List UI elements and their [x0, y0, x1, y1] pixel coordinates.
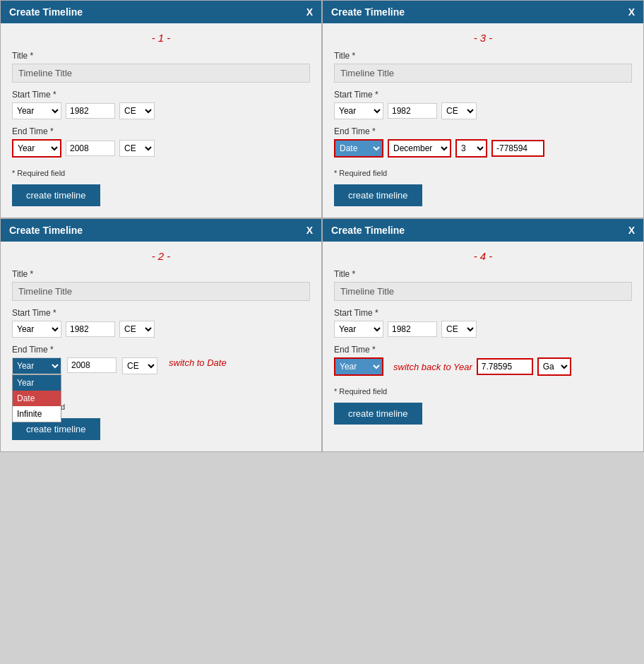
- panel-2-dropdown-list: Year Date Infinite: [12, 374, 61, 422]
- panel-1-create-btn[interactable]: create timeline: [12, 184, 100, 206]
- panel-3-title: Create Timeline: [331, 6, 405, 18]
- panel-3-number: - 3 -: [334, 32, 632, 44]
- panel-2-end-type-select[interactable]: Year: [12, 357, 61, 374]
- panel-1-title-input[interactable]: [12, 64, 310, 83]
- panel-4-start-type-select[interactable]: Year: [334, 321, 383, 338]
- panel-1-end-label: End Time *: [12, 126, 310, 136]
- panel-2-end-row-wrapper: Year Year Date Infinite CE switch to Dat…: [12, 357, 310, 374]
- panel-2-number: - 2 -: [12, 250, 310, 262]
- dropdown-item-year[interactable]: Year: [13, 375, 61, 391]
- panel-4-end-type-select[interactable]: Year: [334, 357, 383, 376]
- panel-1-title: Create Timeline: [9, 6, 83, 18]
- panel-1-end-type-select[interactable]: Year: [12, 139, 61, 158]
- panel-1-required: * Required field: [12, 169, 310, 177]
- panel-3-end-row: Date December 3: [334, 139, 632, 158]
- panel-4-end-era-select[interactable]: Ga: [537, 357, 571, 376]
- panel-3-start-label: Start Time *: [334, 90, 632, 100]
- panel-3-start-era-select[interactable]: CE: [441, 102, 477, 119]
- panel-2-title: Create Timeline: [9, 225, 83, 236]
- panel-2-dropdown-container: Year Year Date Infinite: [12, 357, 61, 374]
- panel-4-title: Create Timeline: [331, 225, 405, 236]
- panel-3: Create Timeline X - 3 - Title * Start Ti…: [322, 0, 644, 218]
- panel-4-body: - 4 - Title * Start Time * Year CE End T…: [323, 242, 643, 436]
- panel-1-number: - 1 -: [12, 32, 310, 44]
- panel-2-end-year-input[interactable]: [67, 357, 117, 373]
- panel-3-required: * Required field: [334, 169, 632, 177]
- panel-2-close[interactable]: X: [306, 225, 313, 236]
- panel-2-start-year-input[interactable]: [66, 321, 115, 337]
- panel-3-end-month-select[interactable]: December: [388, 139, 451, 158]
- panel-1-end-year-input[interactable]: [66, 141, 115, 156]
- dropdown-item-infinite[interactable]: Infinite: [13, 406, 61, 422]
- panel-3-start-type-select[interactable]: Year: [334, 102, 383, 119]
- panel-4: Create Timeline X - 4 - Title * Start Ti…: [322, 218, 644, 452]
- dropdown-item-date[interactable]: Date: [13, 391, 61, 406]
- panel-1-start-type-select[interactable]: Year: [12, 102, 61, 119]
- panel-2-start-type-select[interactable]: Year: [12, 321, 61, 338]
- panel-2-start-row: Year CE: [12, 321, 310, 338]
- panel-4-number: - 4 -: [334, 250, 632, 262]
- panel-2-switch-label: switch to Date: [169, 357, 227, 368]
- panel-3-close[interactable]: X: [628, 6, 635, 18]
- panel-1-start-year-input[interactable]: [66, 103, 115, 119]
- panel-2-title-input[interactable]: [12, 282, 310, 301]
- panel-4-header: Create Timeline X: [323, 219, 643, 242]
- panel-3-title-label: Title *: [334, 51, 632, 61]
- panel-3-body: - 3 - Title * Start Time * Year CE End T…: [323, 23, 643, 218]
- panel-2-end-label: End Time *: [12, 345, 310, 355]
- panel-1-body: - 1 - Title * Start Time * Year CE End T…: [1, 23, 321, 218]
- panel-3-start-year-input[interactable]: [388, 103, 437, 119]
- panel-3-end-day-select[interactable]: 3: [455, 139, 487, 158]
- panel-4-create-btn[interactable]: create timeline: [334, 403, 422, 425]
- panel-1-start-era-select[interactable]: CE: [119, 102, 155, 119]
- panel-2-title-label: Title *: [12, 269, 310, 279]
- panel-4-switch-label: switch back to Year: [393, 362, 472, 372]
- panel-3-start-row: Year CE: [334, 102, 632, 119]
- panel-2-end-era-select[interactable]: CE: [122, 357, 157, 374]
- panel-1-title-label: Title *: [12, 51, 310, 61]
- panel-4-end-label: End Time *: [334, 345, 632, 355]
- panel-4-title-input[interactable]: [334, 282, 632, 301]
- panel-3-end-label: End Time *: [334, 126, 632, 136]
- panel-3-title-input[interactable]: [334, 64, 632, 83]
- panel-3-header: Create Timeline X: [323, 1, 643, 23]
- panel-3-end-year-input[interactable]: [491, 140, 544, 157]
- panel-4-end-row: Year switch back to Year Ga: [334, 357, 632, 376]
- panel-2-start-label: Start Time *: [12, 308, 310, 318]
- panel-3-create-btn[interactable]: create timeline: [334, 184, 422, 206]
- panel-4-close[interactable]: X: [628, 225, 635, 236]
- panel-4-start-year-input[interactable]: [388, 321, 437, 337]
- panel-4-start-label: Start Time *: [334, 308, 632, 318]
- panel-1: Create Timeline X - 1 - Title * Start Ti…: [0, 0, 322, 218]
- panel-4-end-year-input[interactable]: [477, 358, 533, 375]
- panel-1-start-label: Start Time *: [12, 90, 310, 100]
- panel-1-end-row: Year CE: [12, 139, 310, 158]
- panel-1-start-row: Year CE: [12, 102, 310, 119]
- panel-1-header: Create Timeline X: [1, 1, 321, 23]
- panel-2-start-era-select[interactable]: CE: [119, 321, 155, 338]
- panel-4-start-era-select[interactable]: CE: [441, 321, 477, 338]
- panel-4-title-label: Title *: [334, 269, 632, 279]
- panel-3-end-type-select[interactable]: Date: [334, 139, 383, 158]
- panel-4-start-row: Year CE: [334, 321, 632, 338]
- panel-1-close[interactable]: X: [306, 6, 313, 18]
- panel-2-header: Create Timeline X: [1, 219, 321, 242]
- panel-2: Create Timeline X - 2 - Title * Start Ti…: [0, 218, 322, 452]
- panel-4-required: * Required field: [334, 387, 632, 396]
- panel-1-end-era-select[interactable]: CE: [119, 140, 155, 157]
- panel-2-body: - 2 - Title * Start Time * Year CE End T…: [1, 242, 321, 451]
- main-grid: Create Timeline X - 1 - Title * Start Ti…: [0, 0, 644, 452]
